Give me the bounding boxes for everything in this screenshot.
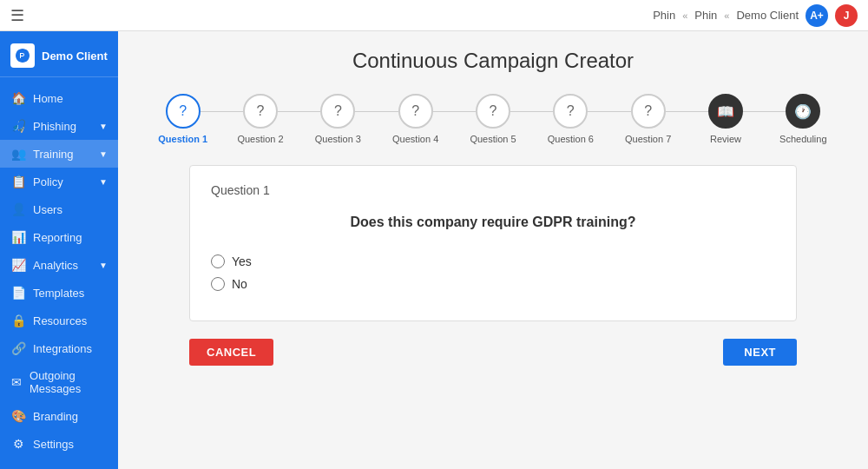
radio-yes-label[interactable]: Yes <box>232 254 252 268</box>
sidebar-logo-text: Demo Client <box>42 50 108 63</box>
step-scheduling[interactable]: 🕐 Scheduling <box>765 94 842 144</box>
avatar-a[interactable]: A+ <box>806 4 828 27</box>
chevron-policy: ▼ <box>99 177 108 187</box>
step-circle-q5: ? <box>476 94 510 129</box>
resources-icon: 🔒 <box>10 314 26 327</box>
sidebar-item-reporting[interactable]: 📊 Reporting <box>0 223 118 251</box>
step-circle-q1: ? <box>166 94 201 129</box>
phin-svg <box>14 47 31 64</box>
step-q5[interactable]: ? Question 5 <box>454 94 531 144</box>
footer-buttons: CANCEL NEXT <box>189 339 797 366</box>
sidebar-item-templates[interactable]: 📄 Templates <box>0 279 118 307</box>
step-q6[interactable]: ? Question 6 <box>532 94 609 144</box>
sidebar-label-policy: Policy <box>33 175 63 188</box>
user2-label: Phin <box>694 9 717 22</box>
training-icon: 👥 <box>10 147 26 161</box>
step-circle-q2: ? <box>243 94 278 129</box>
step-q3[interactable]: ? Question 3 <box>299 94 377 144</box>
sidebar-label-phishing: Phishing <box>33 120 76 133</box>
avatar-j[interactable]: J <box>835 4 858 27</box>
steps-indicator: ? Question 1 ? Question 2 ? Question 3 ?… <box>144 94 842 144</box>
step-q2[interactable]: ? Question 2 <box>221 94 299 144</box>
integrations-icon: 🔗 <box>10 341 26 355</box>
sidebar-item-integrations[interactable]: 🔗 Integrations <box>0 334 118 362</box>
sep2: « <box>724 10 729 21</box>
step-q4[interactable]: ? Question 4 <box>377 94 454 144</box>
sidebar-item-policy[interactable]: 📋 Policy ▼ <box>0 168 118 195</box>
radio-no-label[interactable]: No <box>232 277 247 291</box>
next-button[interactable]: NEXT <box>723 339 797 366</box>
step-circle-q4: ? <box>398 94 433 129</box>
page-title: Continuous Campaign Creator <box>144 49 842 73</box>
question-card: Question 1 Does this company require GDP… <box>189 165 797 321</box>
step-label-q5: Question 5 <box>470 134 516 144</box>
step-circle-scheduling: 🕐 <box>786 94 820 129</box>
topbar-left: ☰ <box>10 6 24 25</box>
sidebar-label-users: Users <box>33 203 62 216</box>
users-icon: 👤 <box>10 202 26 216</box>
chevron-phishing: ▼ <box>99 122 108 131</box>
sidebar-item-training[interactable]: 👥 Training ▼ <box>0 140 118 168</box>
step-label-q3: Question 3 <box>315 134 361 144</box>
main-content: Continuous Campaign Creator ? Question 1… <box>118 31 868 469</box>
branding-icon: 🎨 <box>10 409 26 423</box>
topbar-right: Phin « Phin « Demo Client A+ J <box>653 4 858 27</box>
sidebar-label-home: Home <box>33 92 63 105</box>
sidebar-item-home[interactable]: 🏠 Home <box>0 84 118 112</box>
phin-logo-icon <box>10 43 35 68</box>
sidebar-item-phishing[interactable]: 🎣 Phishing ▼ <box>0 112 118 140</box>
step-q1[interactable]: ? Question 1 <box>144 94 221 144</box>
sidebar-label-reporting: Reporting <box>33 231 82 244</box>
sidebar-item-resources[interactable]: 🔒 Resources <box>0 307 118 334</box>
sidebar-logo: Demo Client <box>0 31 118 77</box>
sidebar-label-outgoing: Outgoing Messages <box>30 369 108 395</box>
sidebar-label-resources: Resources <box>33 314 87 327</box>
sidebar-item-users[interactable]: 👤 Users <box>0 195 118 223</box>
radio-option-yes[interactable]: Yes <box>211 254 775 268</box>
step-label-scheduling: Scheduling <box>779 134 826 144</box>
sidebar-item-branding[interactable]: 🎨 Branding <box>0 402 118 430</box>
policy-icon: 📋 <box>10 175 26 188</box>
step-label-q4: Question 4 <box>392 134 438 144</box>
step-label-q1: Question 1 <box>158 134 207 144</box>
menu-icon[interactable]: ☰ <box>10 6 24 25</box>
reporting-icon: 📊 <box>10 230 26 244</box>
sidebar-item-outgoing[interactable]: ✉ Outgoing Messages <box>0 362 118 402</box>
sidebar-label-settings: Settings <box>33 438 74 451</box>
sep1: « <box>682 10 687 21</box>
sidebar: Demo Client 🏠 Home 🎣 Phishing ▼ 👥 Traini… <box>0 31 118 469</box>
sidebar-label-branding: Branding <box>33 410 78 423</box>
step-circle-q3: ? <box>320 94 355 129</box>
step-circle-q6: ? <box>553 94 588 129</box>
step-label-q7: Question 7 <box>625 134 671 144</box>
cancel-button[interactable]: CANCEL <box>189 339 273 366</box>
step-circle-q7: ? <box>631 94 666 129</box>
radio-option-no[interactable]: No <box>211 277 775 291</box>
settings-icon: ⚙ <box>10 437 26 451</box>
step-q7[interactable]: ? Question 7 <box>609 94 687 144</box>
question-text: Does this company require GDPR training? <box>211 215 775 230</box>
sidebar-label-analytics: Analytics <box>33 259 78 272</box>
step-label-q6: Question 6 <box>548 134 594 144</box>
sidebar-label-templates: Templates <box>33 287 84 300</box>
chevron-training: ▼ <box>99 149 108 159</box>
sidebar-label-integrations: Integrations <box>33 342 92 355</box>
chevron-analytics: ▼ <box>99 261 108 270</box>
question-card-title: Question 1 <box>211 183 775 197</box>
step-label-review: Review <box>710 134 741 144</box>
step-review[interactable]: 📖 Review <box>687 94 764 144</box>
sidebar-item-analytics[interactable]: 📈 Analytics ▼ <box>0 251 118 279</box>
sidebar-nav: 🏠 Home 🎣 Phishing ▼ 👥 Training ▼ 📋 Polic… <box>0 77 118 465</box>
templates-icon: 📄 <box>10 286 26 300</box>
analytics-icon: 📈 <box>10 258 26 272</box>
radio-yes[interactable] <box>211 254 225 268</box>
home-icon: 🏠 <box>10 91 26 105</box>
sidebar-item-settings[interactable]: ⚙ Settings <box>0 430 118 458</box>
sidebar-label-training: Training <box>33 148 73 161</box>
radio-no[interactable] <box>211 277 225 291</box>
phishing-icon: 🎣 <box>10 119 26 133</box>
user1-label: Phin <box>653 9 675 22</box>
client-label: Demo Client <box>736 9 799 22</box>
outgoing-icon: ✉ <box>10 375 23 389</box>
topbar: ☰ Phin « Phin « Demo Client A+ J <box>0 0 868 31</box>
